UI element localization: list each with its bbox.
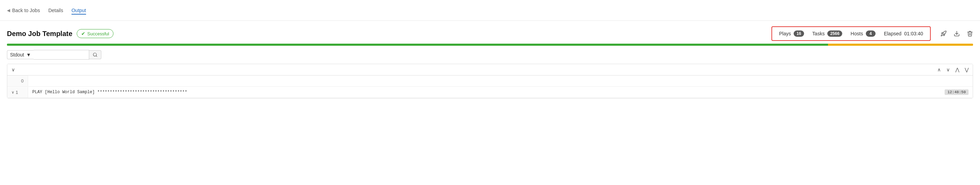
delete-icon[interactable] <box>967 30 973 37</box>
stats-box: Plays 16 Tasks 2566 Hosts 4 Elapsed 01:0… <box>772 26 931 41</box>
action-icons <box>940 30 973 37</box>
dropdown-arrow-icon: ▼ <box>26 52 31 57</box>
row-content-0 <box>28 78 973 84</box>
table-nav-icons: ∧ ∨ ⋀ ⋁ <box>937 67 969 73</box>
collapse-all-icon[interactable]: ∨ <box>11 67 15 73</box>
details-tab[interactable]: Details <box>48 6 63 14</box>
download-icon[interactable] <box>954 30 960 37</box>
row-expand-icon[interactable]: ∨ <box>11 90 14 95</box>
hosts-value: 4 <box>866 30 875 37</box>
rocket-icon[interactable] <box>940 30 947 37</box>
filter-input-group: Stdout ▼ <box>7 50 101 60</box>
scroll-bottom-icon[interactable]: ⋁ <box>965 67 969 73</box>
back-to-jobs-label: Back to Jobs <box>12 8 40 13</box>
elapsed-stat: Elapsed 01:03:40 <box>884 31 923 36</box>
stdout-label: Stdout <box>10 52 24 57</box>
progress-area <box>0 41 980 46</box>
hosts-stat: Hosts 4 <box>851 30 875 37</box>
row-num-1: ∨ 1 <box>7 87 28 98</box>
tasks-stat: Tasks 2566 <box>812 30 843 37</box>
back-to-jobs-link[interactable]: ◀ Back to Jobs <box>7 8 40 13</box>
time-badge-1: 12:48:50 <box>945 89 969 95</box>
search-button[interactable] <box>89 50 101 59</box>
hosts-label: Hosts <box>851 31 863 36</box>
stdout-dropdown[interactable]: Stdout ▼ <box>7 50 33 59</box>
filter-search-input[interactable] <box>33 50 89 60</box>
status-badge: ✔ Successful <box>77 29 114 38</box>
status-label: Successful <box>88 31 109 36</box>
scroll-top-icon[interactable]: ⋀ <box>955 67 959 73</box>
table-row: ∨ 1 PLAY [Hello World Sample] **********… <box>7 87 973 98</box>
output-table: ∨ ∧ ∨ ⋀ ⋁ 0 ∨ 1 PLAY [Hello World Sample… <box>7 64 973 98</box>
svg-line-2 <box>96 56 97 57</box>
check-circle-icon: ✔ <box>81 31 85 36</box>
scroll-up-icon[interactable]: ∧ <box>937 67 941 73</box>
plays-stat: Plays 16 <box>779 30 804 37</box>
table-row: 0 <box>7 76 973 87</box>
row-content-1: PLAY [Hello World Sample] **************… <box>28 87 973 98</box>
scroll-down-icon[interactable]: ∨ <box>947 67 950 73</box>
elapsed-value: 01:03:40 <box>904 31 923 36</box>
row-num-0: 0 <box>7 76 28 86</box>
plays-label: Plays <box>779 31 791 36</box>
tasks-label: Tasks <box>812 31 825 36</box>
row-text-1: PLAY [Hello World Sample] **************… <box>32 90 187 95</box>
table-body: 0 ∨ 1 PLAY [Hello World Sample] ********… <box>7 76 973 98</box>
tasks-value: 2566 <box>827 30 842 37</box>
table-header-row: ∨ ∧ ∨ ⋀ ⋁ <box>7 64 973 76</box>
elapsed-label: Elapsed <box>884 31 902 36</box>
output-tab[interactable]: Output <box>72 6 86 14</box>
back-arrow-icon: ◀ <box>7 8 10 13</box>
plays-value: 16 <box>794 30 804 37</box>
page-title: Demo Job Template <box>7 30 73 38</box>
filter-row: Stdout ▼ <box>0 46 980 64</box>
search-icon <box>93 52 97 57</box>
